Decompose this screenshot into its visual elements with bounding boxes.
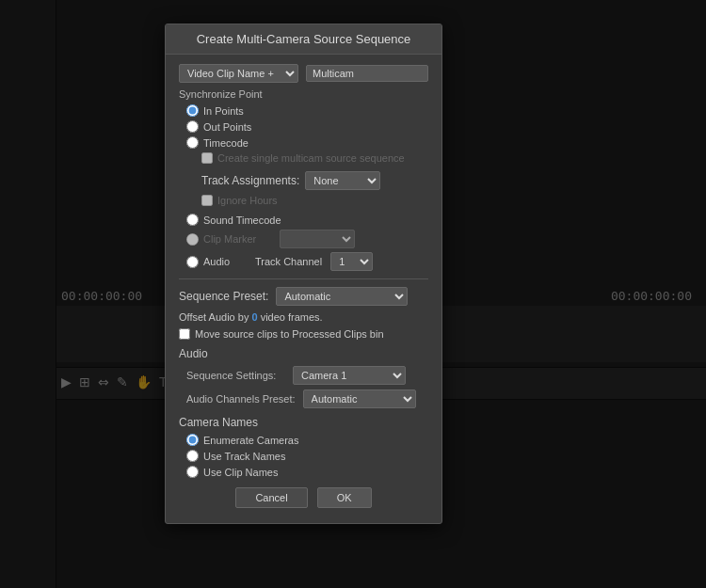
enumerate-cameras-row: Enumerate Cameras — [186, 434, 428, 446]
synchronize-point-label: Synchronize Point — [179, 88, 428, 100]
out-points-radio-row: Out Points — [186, 120, 428, 133]
ignore-hours-checkbox[interactable] — [201, 195, 213, 206]
dialog-button-row: Cancel OK — [179, 478, 428, 514]
move-source-clips-row: Move source clips to Processed Clips bin — [179, 328, 428, 340]
sequence-preset-label: Sequence Preset: — [179, 290, 268, 303]
timecode-radio-row: Timecode — [186, 136, 428, 149]
sequence-settings-dropdown[interactable]: Camera 1 Camera 2 All Cameras — [293, 366, 406, 385]
track-channel-dropdown[interactable]: 1 2 — [330, 252, 373, 271]
sync-point-radio-group: In Points Out Points Timecode — [186, 104, 428, 149]
camera-names-label: Camera Names — [179, 416, 428, 429]
clip-marker-label: Clip Marker — [203, 233, 269, 245]
create-single-row: Create single multicam source sequence — [201, 152, 428, 164]
audio-channels-dropdown[interactable]: Automatic Mono Stereo — [303, 389, 416, 408]
ignore-hours-row: Ignore Hours — [201, 195, 428, 206]
offset-suffix: video frames. — [258, 311, 323, 323]
out-points-label: Out Points — [203, 121, 251, 133]
timecode-label: Timecode — [203, 137, 249, 149]
sequence-preset-dropdown[interactable]: Automatic Custom — [276, 287, 408, 306]
track-assignments-row: Track Assignments: None — [201, 171, 428, 190]
audio-sync-radio[interactable] — [186, 256, 199, 268]
enumerate-cameras-radio[interactable] — [186, 434, 199, 446]
sound-timecode-radio[interactable] — [186, 214, 199, 226]
sound-timecode-group: Sound Timecode — [186, 214, 428, 226]
sound-timecode-label: Sound Timecode — [203, 215, 281, 226]
camera-names-radio-group: Enumerate Cameras Use Track Names Use Cl… — [186, 434, 428, 478]
clip-name-row: Video Clip Name + Video Clip Name Camera… — [179, 64, 428, 83]
clip-marker-radio[interactable] — [186, 233, 199, 246]
out-points-radio[interactable] — [186, 120, 199, 133]
audio-section-label: Audio — [179, 347, 428, 360]
clip-marker-dropdown[interactable] — [280, 230, 355, 248]
track-assignments-dropdown[interactable]: None — [305, 171, 380, 190]
enumerate-cameras-label: Enumerate Cameras — [203, 435, 299, 446]
clip-name-dropdown[interactable]: Video Clip Name + Video Clip Name Camera… — [179, 64, 298, 83]
sound-timecode-radio-row: Sound Timecode — [186, 214, 428, 226]
camera-names-section: Camera Names Enumerate Cameras Use Track… — [179, 416, 428, 478]
separator-1 — [179, 278, 428, 279]
timecode-radio[interactable] — [186, 136, 199, 149]
in-points-label: In Points — [203, 105, 244, 117]
audio-sync-radio-row: Audio Track Channel 1 2 — [186, 252, 428, 271]
audio-channels-row: Audio Channels Preset: Automatic Mono St… — [186, 389, 428, 408]
create-single-checkbox[interactable] — [201, 152, 213, 164]
offset-prefix: Offset Audio by — [179, 311, 251, 323]
offset-audio-row: Offset Audio by 0 video frames. — [179, 311, 428, 323]
dialog-body: Video Clip Name + Video Clip Name Camera… — [166, 55, 441, 523]
use-clip-names-label: Use Clip Names — [203, 467, 278, 478]
audio-sync-label: Audio — [203, 256, 241, 267]
use-clip-names-radio[interactable] — [186, 466, 199, 478]
sequence-preset-row: Sequence Preset: Automatic Custom — [179, 287, 428, 306]
ignore-hours-label: Ignore Hours — [217, 195, 278, 206]
track-assignments-label: Track Assignments: — [201, 174, 299, 187]
create-single-label: Create single multicam source sequence — [217, 152, 405, 164]
move-source-clips-label: Move source clips to Processed Clips bin — [195, 328, 384, 340]
audio-channels-label: Audio Channels Preset: — [186, 393, 296, 405]
move-source-clips-checkbox[interactable] — [179, 328, 190, 340]
track-channel-label: Track Channel — [255, 256, 322, 267]
use-track-names-radio[interactable] — [186, 450, 199, 462]
sequence-settings-label: Sequence Settings: — [186, 370, 285, 381]
dialog-title: Create Multi-Camera Source Sequence — [166, 24, 441, 55]
sequence-settings-row: Sequence Settings: Camera 1 Camera 2 All… — [186, 366, 428, 385]
ok-button[interactable]: OK — [317, 487, 372, 508]
create-multicam-dialog: Create Multi-Camera Source Sequence Vide… — [165, 24, 442, 524]
clip-marker-radio-row: Clip Marker — [186, 230, 428, 248]
use-track-names-row: Use Track Names — [186, 450, 428, 462]
use-track-names-label: Use Track Names — [203, 451, 285, 462]
cancel-button[interactable]: Cancel — [235, 487, 307, 508]
in-points-radio[interactable] — [186, 104, 199, 117]
in-points-radio-row: In Points — [186, 104, 428, 117]
use-clip-names-row: Use Clip Names — [186, 466, 428, 478]
sequence-name-input[interactable] — [306, 65, 428, 82]
